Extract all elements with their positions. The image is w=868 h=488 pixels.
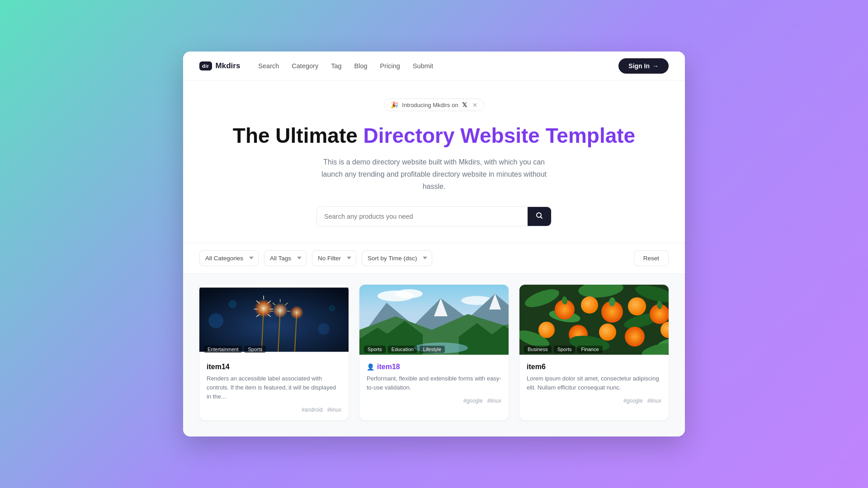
- svg-point-47: [581, 296, 598, 314]
- card-desc-item14: Renders an accessible label associated w…: [207, 374, 341, 401]
- svg-line-1: [541, 217, 542, 219]
- nav-tag[interactable]: Tag: [331, 62, 341, 70]
- card-desc-item18: Performant, flexible and extensible form…: [367, 374, 501, 392]
- announcement-text: Introducing Mkdirs on: [402, 102, 458, 108]
- filters-bar: All Categories All Tags No Filter Sort b…: [183, 243, 685, 274]
- card-hashtags: #google #linux: [367, 398, 501, 404]
- card-image-mountains: [359, 285, 509, 355]
- nav-links: Search Category Tag Blog Pricing Submit: [258, 62, 618, 70]
- card-hashtag-google: #google: [463, 398, 483, 404]
- navbar: dir Mkdirs Search Category Tag Blog Pric…: [183, 52, 685, 80]
- card-title-item18: 👤 item18: [367, 363, 501, 371]
- card-hashtag-linux: #linux: [647, 398, 661, 404]
- card-tag-finance: Finance: [577, 346, 602, 353]
- svg-point-10: [255, 299, 273, 317]
- announcement-badge[interactable]: 🎉 Introducing Mkdirs on 𝕏 ✕: [384, 99, 484, 111]
- card-title-item14: item14: [207, 363, 341, 371]
- card-tags: Sports Education Lifestyle: [364, 346, 445, 353]
- card-tag-sports: Sports: [244, 346, 266, 353]
- svg-point-5: [318, 323, 330, 335]
- nav-pricing[interactable]: Pricing: [380, 62, 400, 70]
- svg-point-3: [208, 313, 223, 328]
- card-tag-sports: Sports: [554, 346, 576, 353]
- nav-category[interactable]: Category: [292, 62, 318, 70]
- categories-filter[interactable]: All Categories: [199, 250, 259, 266]
- card-tags: Business Sports Finance: [524, 346, 603, 353]
- hero-title: The Ultimate Directory Website Template: [199, 124, 669, 148]
- search-bar: [316, 206, 552, 226]
- card-desc-item6: Lorem ipsum dolor sit amet, consectetur …: [527, 374, 661, 392]
- card-image-sparklers: [199, 285, 349, 355]
- card-body: 👤 item18 Performant, flexible and extens…: [359, 357, 509, 411]
- card-hashtags: #google #linux: [527, 398, 661, 404]
- logo[interactable]: dir Mkdirs: [199, 61, 240, 70]
- card-hashtag-google: #google: [623, 398, 643, 404]
- close-announcement-button[interactable]: ✕: [472, 102, 477, 108]
- logo-icon: dir: [199, 61, 212, 70]
- cards-section: Entertainment Sports item14 Renders an a…: [183, 274, 685, 436]
- hero-section: 🎉 Introducing Mkdirs on 𝕏 ✕ The Ultimate…: [183, 80, 685, 243]
- svg-point-11: [273, 303, 288, 318]
- card-tag-business: Business: [524, 346, 552, 353]
- card-title-item6: item6: [527, 363, 661, 371]
- card-tag-entertainment: Entertainment: [204, 346, 242, 353]
- tags-filter[interactable]: All Tags: [264, 250, 307, 266]
- card-tags: Entertainment Sports: [204, 346, 266, 353]
- card-item6[interactable]: Business Sports Finance item6 Lorem ipsu…: [519, 285, 669, 420]
- card-image-wrapper: Sports Education Lifestyle: [359, 285, 509, 357]
- svg-point-54: [625, 327, 645, 347]
- svg-point-27: [396, 289, 423, 298]
- hero-subtitle: This is a demo directory website built w…: [312, 156, 556, 193]
- card-image-oranges: [519, 285, 669, 355]
- card-image-wrapper: Entertainment Sports: [199, 285, 349, 357]
- logo-text: Mkdirs: [216, 61, 241, 70]
- main-window: dir Mkdirs Search Category Tag Blog Pric…: [183, 52, 685, 436]
- svg-point-53: [599, 324, 616, 341]
- sort-filter[interactable]: Sort by Time (dsc): [362, 250, 432, 266]
- card-hashtags: #android #linux: [207, 407, 341, 413]
- card-body: item14 Renders an accessible label assoc…: [199, 357, 349, 420]
- card-image-wrapper: Business Sports Finance: [519, 285, 669, 357]
- no-filter-select[interactable]: No Filter: [312, 250, 356, 266]
- nav-search[interactable]: Search: [258, 62, 279, 70]
- card-hashtag-linux: #linux: [327, 407, 341, 413]
- search-button[interactable]: [528, 207, 551, 226]
- nav-submit[interactable]: Submit: [413, 62, 433, 70]
- svg-point-4: [228, 300, 236, 308]
- card-item14[interactable]: Entertainment Sports item14 Renders an a…: [199, 285, 349, 420]
- sign-in-button[interactable]: Sign In →: [618, 58, 669, 74]
- reset-button[interactable]: Reset: [634, 250, 669, 266]
- svg-point-51: [538, 322, 555, 338]
- card-hashtag-linux: #linux: [487, 398, 501, 404]
- badge-emoji: 🎉: [391, 101, 398, 108]
- cards-grid: Entertainment Sports item14 Renders an a…: [199, 285, 669, 420]
- card-tag-education: Education: [388, 346, 417, 353]
- featured-icon: 👤: [367, 363, 374, 371]
- card-tag-lifestyle: Lifestyle: [420, 346, 445, 353]
- x-logo: 𝕏: [462, 101, 467, 108]
- card-tag-sports: Sports: [364, 346, 386, 353]
- card-item18[interactable]: Sports Education Lifestyle 👤 item18 Perf…: [359, 285, 509, 420]
- nav-blog[interactable]: Blog: [354, 62, 368, 70]
- search-input[interactable]: [317, 207, 528, 226]
- svg-point-49: [628, 297, 646, 315]
- arrow-right-icon: →: [652, 62, 659, 70]
- svg-point-6: [329, 305, 335, 311]
- search-icon: [536, 212, 543, 221]
- svg-point-12: [290, 305, 303, 319]
- card-hashtag-android: #android: [302, 407, 323, 413]
- card-body: item6 Lorem ipsum dolor sit amet, consec…: [519, 357, 669, 411]
